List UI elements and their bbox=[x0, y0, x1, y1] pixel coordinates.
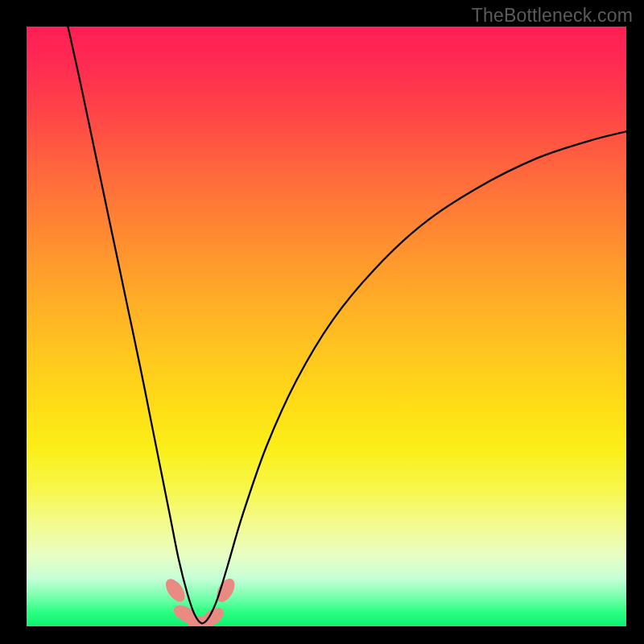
plot-area bbox=[27, 27, 626, 626]
bottleneck-curve bbox=[68, 27, 626, 623]
marker-group bbox=[162, 576, 238, 626]
watermark-text: TheBottleneck.com bbox=[472, 5, 633, 27]
chart-svg bbox=[27, 27, 626, 626]
curve-marker bbox=[162, 576, 188, 605]
chart-frame: TheBottleneck.com bbox=[0, 0, 644, 644]
